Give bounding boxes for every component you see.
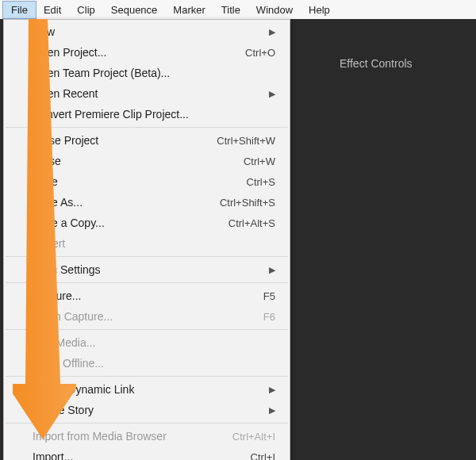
menu-item-revert: Revert	[4, 233, 290, 254]
menu-item-label: Link Media...	[33, 336, 95, 349]
menu-item-save-copy[interactable]: Save a Copy...Ctrl+Alt+S	[4, 213, 290, 233]
chevron-right-icon: ▶	[269, 385, 275, 395]
menubar-help[interactable]: Help	[301, 2, 338, 18]
menu-item-open-recent[interactable]: Open Recent▶	[4, 83, 290, 104]
menu-item-label: Import...	[33, 450, 73, 460]
menu-item-label: New	[33, 25, 55, 38]
menu-item-label: Convert Premiere Clip Project...	[33, 108, 189, 121]
menubar-marker[interactable]: Marker	[165, 2, 213, 18]
tab-effect-controls[interactable]: Effect Controls	[340, 57, 413, 70]
menu-item-save[interactable]: SaveCtrl+S	[4, 171, 290, 192]
menu-item-shortcut: Ctrl+W	[244, 155, 275, 167]
menu-item-shortcut: Ctrl+I	[251, 451, 275, 461]
menu-separator	[6, 127, 288, 128]
menu-item-label: Close	[33, 155, 61, 167]
menu-item-adobe-story[interactable]: Adobe Story▶	[4, 400, 290, 420]
menu-item-capture[interactable]: Capture...F5	[4, 286, 290, 306]
menu-item-import-media-browser: Import from Media BrowserCtrl+Alt+I	[4, 426, 290, 447]
menu-item-close-project[interactable]: Close ProjectCtrl+Shift+W	[4, 130, 290, 151]
menubar-title[interactable]: Title	[213, 2, 248, 18]
menu-item-shortcut: F6	[263, 311, 275, 323]
menu-separator	[6, 423, 288, 424]
menu-separator	[6, 282, 288, 283]
menu-item-link-media: Link Media...	[4, 332, 290, 353]
menu-item-shortcut: Ctrl+Alt+I	[232, 431, 275, 443]
menu-item-label: Save	[33, 175, 58, 188]
menubar-sequence[interactable]: Sequence	[103, 2, 166, 18]
menu-item-label: Open Recent	[33, 87, 98, 100]
menu-item-label: Make Offline...	[33, 357, 104, 370]
menu-item-shortcut: Ctrl+S	[247, 176, 275, 188]
chevron-right-icon: ▶	[269, 27, 275, 37]
menu-item-label: Open Project...	[33, 46, 106, 59]
menu-separator	[6, 329, 288, 330]
menu-item-label: Batch Capture...	[33, 310, 113, 323]
menu-item-label: Save a Copy...	[33, 217, 105, 229]
menubar[interactable]: File Edit Clip Sequence Marker Title Win…	[0, 0, 476, 19]
menu-item-label: Open Team Project (Beta)...	[33, 67, 170, 79]
file-menu-dropdown[interactable]: New▶Open Project...Ctrl+OOpen Team Proje…	[3, 19, 290, 460]
chevron-right-icon: ▶	[269, 89, 275, 99]
menu-separator	[6, 256, 288, 257]
menu-item-make-offline: Make Offline...	[4, 353, 290, 374]
menu-item-shortcut: F5	[263, 290, 275, 302]
menu-item-sync-settings[interactable]: Sync Settings▶	[4, 259, 290, 280]
menu-item-label: Adobe Story	[33, 404, 94, 416]
workspace: Effect Controls New▶Open Project...Ctrl+…	[0, 19, 476, 460]
menu-item-label: Import from Media Browser	[33, 430, 167, 443]
menu-item-label: Adobe Dynamic Link	[33, 383, 134, 396]
menu-item-close[interactable]: CloseCtrl+W	[4, 151, 290, 171]
menu-item-shortcut: Ctrl+O	[245, 47, 275, 59]
menu-item-batch-capture: Batch Capture...F6	[4, 306, 290, 327]
menu-item-label: Close Project	[33, 134, 98, 147]
menu-item-open-team[interactable]: Open Team Project (Beta)...	[4, 63, 290, 83]
menu-item-shortcut: Ctrl+Shift+S	[220, 197, 275, 209]
menu-item-shortcut: Ctrl+Alt+S	[228, 217, 275, 229]
menu-item-new[interactable]: New▶	[4, 21, 290, 42]
menu-item-dynamic-link[interactable]: Adobe Dynamic Link▶	[4, 379, 290, 400]
chevron-right-icon: ▶	[269, 405, 275, 416]
menubar-clip[interactable]: Clip	[69, 2, 102, 18]
menu-item-label: Revert	[33, 237, 65, 250]
menu-item-open-project[interactable]: Open Project...Ctrl+O	[4, 42, 290, 63]
menu-item-label: Capture...	[33, 289, 81, 302]
chevron-right-icon: ▶	[269, 265, 275, 275]
menu-item-shortcut: Ctrl+Shift+W	[217, 135, 275, 147]
menu-item-convert-clip[interactable]: Convert Premiere Clip Project...	[4, 104, 290, 125]
menu-item-save-as[interactable]: Save As...Ctrl+Shift+S	[4, 192, 290, 213]
menu-item-label: Sync Settings	[33, 263, 101, 276]
menu-separator	[6, 376, 288, 377]
menubar-file[interactable]: File	[3, 2, 36, 18]
menu-item-label: Save As...	[33, 196, 83, 209]
menubar-edit[interactable]: Edit	[36, 2, 69, 18]
menubar-window[interactable]: Window	[248, 2, 301, 18]
menu-item-import[interactable]: Import...Ctrl+I	[4, 447, 290, 460]
